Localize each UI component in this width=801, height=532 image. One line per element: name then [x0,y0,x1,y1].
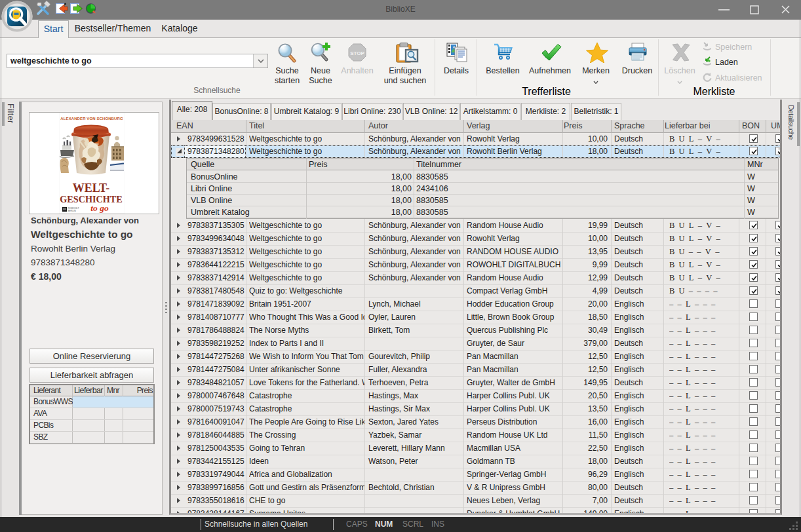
svg-text:to go: to go [90,203,109,213]
svg-text:ALEXANDER VON SCHÖNBURG: ALEXANDER VON SCHÖNBURG [60,117,123,121]
svg-text:STOP: STOP [350,50,364,56]
svg-text:BERLIN: BERLIN [68,210,77,212]
svg-text:WELT-: WELT- [73,181,110,195]
